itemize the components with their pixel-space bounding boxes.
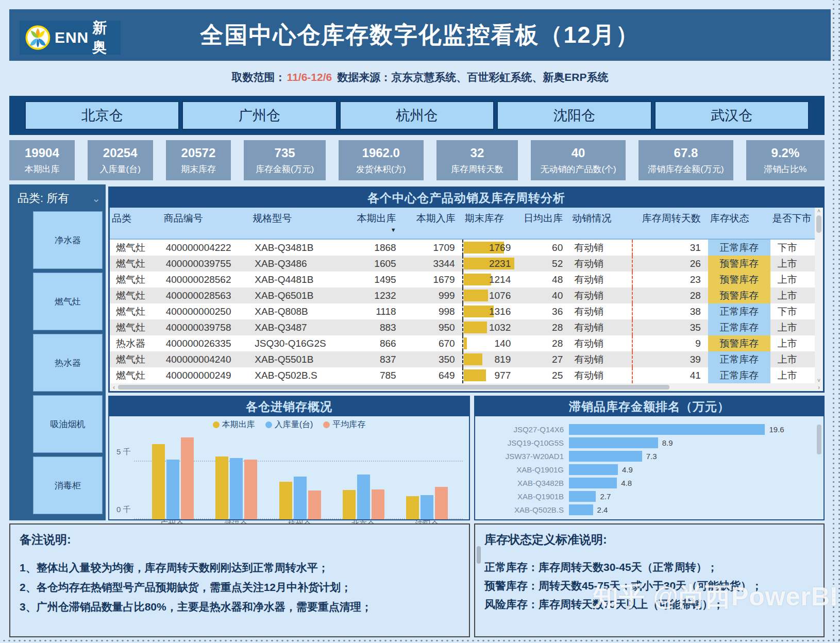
cell-本期入库: 670 [404,335,463,351]
table-horizontal-scrollbar[interactable]: ‹ › [110,383,823,391]
ranking-bar[interactable] [569,437,658,448]
kpi-value: 9.2% [746,146,825,160]
column-header-3[interactable]: 规格型号 [250,208,347,239]
table-row[interactable]: 燃气灶400000039758XAB-Q3487883950103228有动销3… [110,319,815,335]
cell-库存周转天数: 28 [632,287,708,303]
ranking-value: 2.4 [597,505,608,514]
cell-本期出库: 785 [347,367,403,383]
ranking-row[interactable]: XAB-Q502B.S2.4 [482,504,808,515]
cell-日均出库: 27 [516,351,570,367]
kpi-card: 40无动销的产品数(个) [531,140,626,180]
warehouse-tab-5[interactable]: 武汉仓 [654,101,809,130]
enn-flower-icon [25,24,51,51]
ranking-row[interactable]: JSW37-W20AD17.3 [482,450,808,462]
table-title: 各个中心仓产品动销及库存周转分析 [110,188,823,208]
sidebar-item-吸油烟机[interactable]: 吸油烟机 [33,395,103,453]
legend-item-入库量(台)[interactable]: 入库量(台) [265,419,313,430]
bar-平均库存[interactable] [244,460,257,519]
bar-本期出库[interactable] [343,490,356,519]
column-header-4[interactable]: 本期出库▼ [347,208,403,239]
kpi-label: 滞销占比% [746,163,825,175]
table-vertical-scrollbar[interactable]: ˄ ˅ [815,208,823,383]
column-header-5[interactable]: 本期入库 [404,208,463,239]
sidebar-item-热水器[interactable]: 热水器 [33,334,103,392]
bar-本期出库[interactable] [406,496,419,519]
warehouse-tab-3[interactable]: 杭州仓 [340,101,494,130]
ranking-row[interactable]: XAB-Q1901B2.7 [482,490,808,502]
warehouse-tab-1[interactable]: 北京仓 [25,101,179,130]
bar-本期出库[interactable] [152,444,165,519]
column-header-8[interactable]: 动销情况 [570,208,632,239]
ranking-bar[interactable] [569,478,617,488]
ranking-bar[interactable] [569,424,765,435]
bar-入库量(台)[interactable] [230,458,243,519]
date-range-label: 取数范围： [232,71,286,83]
ranking-row[interactable]: JSQ19-Q10G5S8.9 [482,437,808,448]
cell-品类: 燃气灶 [110,319,162,335]
column-header-6[interactable]: 期末库存 [463,208,516,239]
table-row[interactable]: 燃气灶400000028562XAB-Q4481B14951679121448有… [110,272,815,287]
sidebar-item-净水器[interactable]: 净水器 [33,211,103,269]
ranking-bar[interactable] [569,464,618,475]
bar-平均库存[interactable] [435,487,448,519]
table-row[interactable]: 燃气灶400000000249XAB-Q502B.S78564997725有动销… [110,367,815,383]
ranking-bar[interactable] [569,491,596,502]
scroll-up-icon[interactable]: ˄ [817,208,820,214]
cell-本期入库: 3344 [404,256,463,272]
scroll-left-icon[interactable]: ‹ [113,384,115,391]
bar-入库量(台)[interactable] [421,495,433,519]
table-row[interactable]: 燃气灶400000028563XAB-Q6501B1232999107640有动… [110,287,815,303]
ranking-label: JSQ19-Q10G5S [482,438,569,447]
scrollbar-thumb[interactable] [816,215,821,233]
column-header-1[interactable]: 品类 [110,208,162,239]
chevron-down-icon[interactable]: ⌄ [92,196,100,201]
notes-scrollbar-thumb[interactable] [477,546,481,564]
table-row[interactable]: 燃气灶400000000250XAB-Q808B1118998131636有动销… [110,303,815,319]
scrollbar-thumb[interactable] [118,385,669,390]
bar-平均库存[interactable] [181,437,194,519]
bar-group-武汉仓 [205,433,268,519]
cell-value: 1076 [489,287,511,303]
sidebar-item-消毒柜[interactable]: 消毒柜 [33,456,103,514]
table-row[interactable]: 热水器400000026335JSQ30-Q16G2S86667014028有动… [110,335,815,351]
cell-日均出库: 48 [516,272,570,287]
legend-item-本期出库[interactable]: 本期出库 [213,419,255,430]
ranking-row[interactable]: XAB-Q1901G4.9 [482,464,808,475]
sidebar-item-燃气灶[interactable]: 燃气灶 [33,273,103,330]
ranking-row[interactable]: JSQ27-Q14X619.6 [482,424,808,435]
column-header-10[interactable]: 库存状态 [708,208,770,239]
note-line: 1、整体出入量较为均衡，库存周转天数刚刚达到正常周转水平； [20,558,460,578]
warehouse-tab-4[interactable]: 沈阳仓 [497,101,651,130]
bar-入库量(台)[interactable] [294,477,307,519]
bar-平均库存[interactable] [308,490,321,519]
ranking-bar[interactable] [569,504,593,515]
column-label: 日均出库 [518,212,563,225]
scroll-down-icon[interactable]: ˅ [817,377,820,383]
table-row[interactable]: 燃气灶400000039755XAB-Q348616053344223152有动… [110,256,815,272]
ranking-row[interactable]: XAB-Q3482B4.8 [482,477,808,488]
bar-本期出库[interactable] [279,482,292,519]
table-row[interactable]: 燃气灶400000004222XAB-Q3481B18681709176960有… [110,239,815,256]
ranking-bar-zone: 4.8 [569,478,808,488]
cell-期末库存: 1316 [463,303,516,319]
category-filter-header[interactable]: 品类: 所有 ⌄ [14,190,103,211]
kpi-card: 32库存周转天数 [436,140,518,180]
scroll-right-icon[interactable]: › [818,384,820,391]
bar-入库量(台)[interactable] [166,460,179,519]
warehouse-tab-2[interactable]: 广州仓 [182,101,337,130]
ranking-bar[interactable] [569,451,642,462]
column-header-9[interactable]: 库存周转天数 [632,208,708,239]
bar-group-沈阳仓 [395,433,459,519]
cell-是否下市: 上市 [770,367,815,383]
table-row[interactable]: 燃气灶400000004240XAB-Q5501B83735081927有动销3… [110,351,815,367]
column-header-2[interactable]: 商品编号 [162,208,251,239]
column-header-11[interactable]: 是否下市 [770,208,815,239]
bar-平均库存[interactable] [372,489,384,519]
bar-入库量(台)[interactable] [357,475,370,519]
column-header-7[interactable]: 日均出库 [516,208,570,239]
ranking-scrollbar-thumb[interactable] [817,425,821,454]
y-axis-tick: 5 千 [116,447,131,457]
column-label: 规格型号 [253,212,345,225]
bar-本期出库[interactable] [215,456,228,519]
legend-item-平均库存[interactable]: 平均库存 [323,419,365,430]
